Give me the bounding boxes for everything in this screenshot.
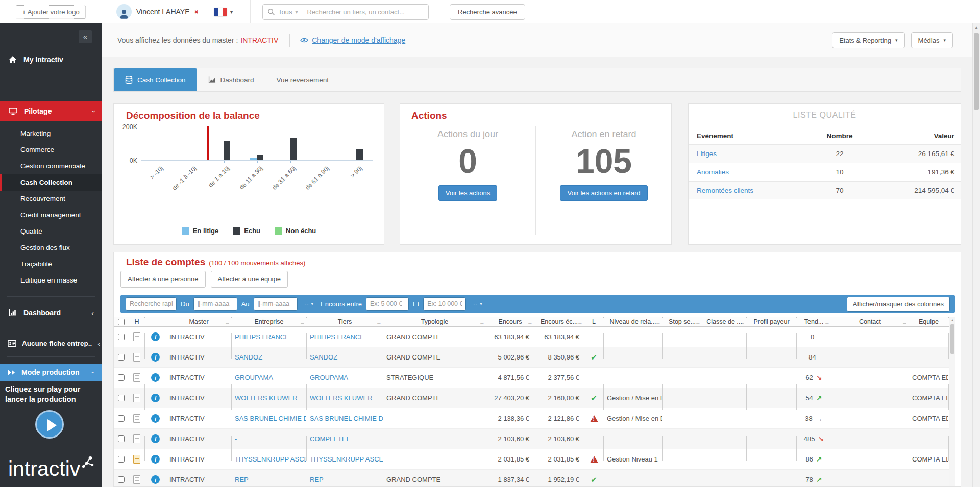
row-checkbox[interactable] [118,435,125,442]
sidebar-item-gestion-commerciale[interactable]: Gestion commerciale [0,158,102,174]
column-header-master[interactable]: Master≡ [166,317,232,326]
entreprise-link[interactable]: THYSSENKRUPP ASCE... [235,455,307,463]
column-menu-icon[interactable]: ≡ [696,319,700,325]
sidebar-item-recouvrement[interactable]: Recouvrement [0,191,102,207]
column-header-niveau[interactable]: Niveau de rela...≡ [604,317,663,326]
entreprise-link[interactable]: SANDOZ [235,353,262,361]
sidebar-item-fiche-entreprise[interactable]: Aucune fiche entrep.. ‹ [0,335,102,352]
row-checkbox[interactable] [118,456,125,463]
entreprise-link[interactable]: REP [235,476,249,483]
add-logo-button[interactable]: + Ajouter votre logo [16,5,85,19]
column-menu-icon[interactable]: ≡ [656,319,660,325]
tiers-link[interactable]: REP [310,476,324,483]
column-menu-icon[interactable]: ≡ [740,319,744,325]
row-checkbox[interactable] [118,334,125,340]
user-chip[interactable]: Vincent LAHAYE ✖ [116,0,199,23]
document-icon[interactable] [133,394,140,402]
sidebar-item-my-intractiv[interactable]: My Intractiv [0,50,102,69]
view-late-actions-button[interactable]: Voir les actions en retard [560,185,647,201]
info-icon[interactable]: i [151,434,160,443]
entreprise-link[interactable]: - [235,435,237,443]
column-menu-icon[interactable]: ≡ [225,319,229,325]
page-scrollbar-thumb[interactable] [974,33,979,110]
medias-dropdown-button[interactable]: Médias ▾ [911,32,953,48]
tiers-link[interactable]: SANDOZ [310,353,337,361]
column-header-encours[interactable]: Encours≡ [486,317,534,326]
document-icon[interactable] [133,434,140,443]
date-filter-dropdown[interactable]: -- ▾ [305,300,314,307]
language-selector[interactable]: ▾ [214,0,233,23]
tab-dashboard[interactable]: Dashboard [197,68,265,91]
row-checkbox[interactable] [118,354,125,361]
info-icon[interactable]: i [151,373,160,382]
sidebar-item-marketing[interactable]: Marketing [0,125,102,142]
sidebar-item-cash-collection[interactable]: Cash Collection [0,174,102,191]
column-header-h[interactable]: H [129,317,145,326]
reports-dropdown-button[interactable]: Etats & Reporting ▾ [832,32,904,48]
info-icon[interactable]: i [151,332,160,341]
info-icon[interactable]: i [151,394,160,402]
column-header-contact[interactable]: Contact≡ [831,317,909,326]
sidebar-item-commerce[interactable]: Commerce [0,142,102,158]
info-icon[interactable]: i [151,455,160,464]
tiers-link[interactable]: WOLTERS KLUWER [310,394,373,402]
column-menu-icon[interactable]: ≡ [480,319,484,325]
sidebar-item-editique-en-masse[interactable]: Editique en masse [0,272,102,289]
document-icon[interactable] [133,475,140,484]
column-header-l[interactable]: L [584,317,604,326]
search-input[interactable] [302,8,429,16]
search-scope-dropdown[interactable]: Tous ▾ [278,8,298,16]
row-checkbox[interactable] [118,395,125,401]
entreprise-link[interactable]: PHILIPS FRANCE [235,333,289,341]
sidebar-item-dashboard[interactable]: Dashboard ‹ [0,304,102,321]
column-header-entreprise[interactable]: Entreprise≡ [232,317,307,326]
column-header-typologie[interactable]: Typologie≡ [383,317,486,326]
play-production-button[interactable] [35,410,64,439]
column-menu-icon[interactable]: ≡ [377,319,381,325]
sidebar-item-qualit[interactable]: Qualité [0,223,102,240]
info-icon[interactable]: i [151,475,160,484]
column-header-stop[interactable]: Stop se...≡ [663,317,702,326]
info-icon[interactable]: i [151,353,160,362]
view-actions-button[interactable]: Voir les actions [438,185,497,201]
column-menu-icon[interactable]: ≡ [300,319,304,325]
document-icon[interactable] [133,373,140,382]
row-checkbox[interactable] [118,415,125,422]
encours-min-input[interactable] [366,297,409,311]
from-date-input[interactable] [193,297,237,311]
entreprise-link[interactable]: SAS BRUNEL CHIMIE D... [235,415,307,422]
tiers-link[interactable]: THYSSENKRUPP ASCE... [310,455,383,463]
to-date-input[interactable] [254,297,298,311]
sidebar-item-credit-management[interactable]: Credit management [0,207,102,223]
column-header-tiers[interactable]: Tiers≡ [307,317,383,326]
quick-search-input[interactable] [126,297,177,311]
sidebar-collapse-button[interactable]: « [79,30,92,43]
row-checkbox[interactable] [118,374,125,381]
scroll-up-icon[interactable]: ▲ [973,23,980,31]
change-display-mode-link[interactable]: Changer de mode d'affichage [300,36,405,44]
page-scrollbar[interactable]: ▲ [972,23,980,487]
row-checkbox[interactable] [118,476,125,483]
quality-link-remontees[interactable]: Remontées clients [697,187,806,194]
encours-filter-dropdown[interactable]: -- ▾ [473,300,482,307]
select-all-checkbox[interactable] [118,319,125,325]
mode-production-header[interactable]: Mode production - [0,364,102,381]
column-header-equipe[interactable]: Equipe [909,317,949,326]
encours-max-input[interactable] [423,297,466,311]
tiers-link[interactable]: COMPLETEL [310,435,350,443]
column-menu-icon[interactable]: ≡ [578,319,582,325]
sidebar-section-pilotage[interactable]: Pilotage ‹ [0,101,102,121]
tab-cash-collection[interactable]: Cash Collection [114,68,197,91]
tab-vue-reversement[interactable]: Vue reversement [265,68,340,91]
column-header-profil[interactable]: Profil payeur [747,317,797,326]
column-header-classe[interactable]: Classe de ...≡ [702,317,747,326]
column-menu-icon[interactable]: ≡ [902,319,906,325]
column-header-tend[interactable]: Tend...≡ [797,317,831,326]
minimize-icon[interactable]: - [91,368,94,376]
sidebar-item-tra-abilit[interactable]: Traçabilité [0,256,102,272]
column-menu-icon[interactable]: ≡ [825,319,829,325]
document-icon[interactable] [133,353,140,362]
toggle-columns-button[interactable]: Afficher/masquer des colonnes [847,297,950,312]
tiers-link[interactable]: PHILIPS FRANCE [310,333,364,341]
tiers-link[interactable]: GROUPAMA [310,374,348,381]
